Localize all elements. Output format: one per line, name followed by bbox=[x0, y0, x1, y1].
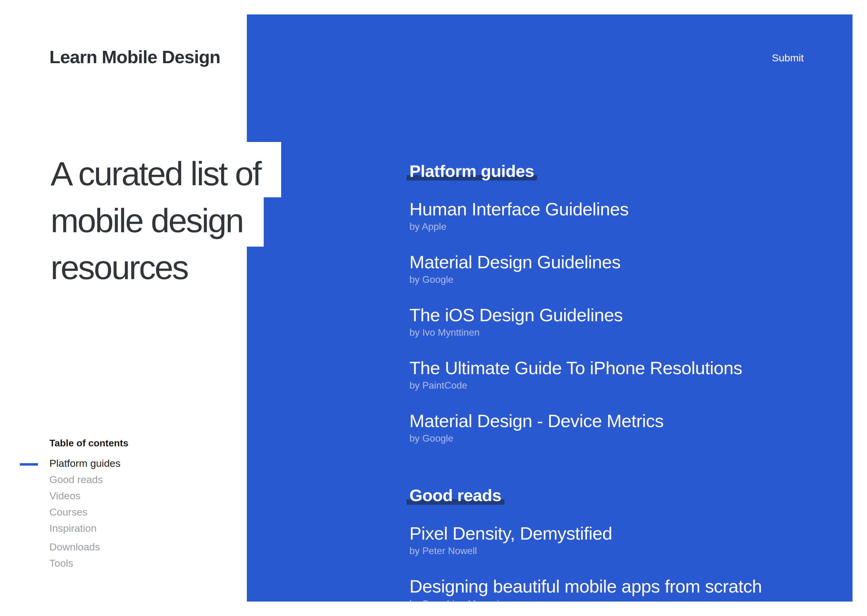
toc-item-videos[interactable]: Videos bbox=[49, 488, 129, 504]
page: Submit Platform guides Human Interface G… bbox=[0, 0, 867, 616]
list-item: The iOS Design Guidelines by Ivo Mynttin… bbox=[410, 306, 843, 339]
section-platform-guides: Platform guides Human Interface Guidelin… bbox=[410, 161, 843, 445]
toc-item-downloads[interactable]: Downloads bbox=[49, 539, 129, 555]
toc-item-good-reads[interactable]: Good reads bbox=[49, 471, 129, 488]
page-title-line: A curated list of bbox=[50, 142, 281, 197]
resource-link[interactable]: Pixel Density, Demystified bbox=[410, 524, 843, 543]
section-heading-label: Platform guides bbox=[410, 162, 534, 181]
resource-byline: by Peter Nowell bbox=[410, 545, 843, 557]
section-heading: Good reads bbox=[410, 486, 501, 506]
toc-item-tools[interactable]: Tools bbox=[49, 555, 129, 572]
list-item: Material Design Guidelines by Google bbox=[410, 253, 843, 286]
list-item: Human Interface Guidelines by Apple bbox=[410, 200, 843, 233]
table-of-contents: Table of contents Platform guides Good r… bbox=[49, 437, 129, 572]
resource-link[interactable]: Human Interface Guidelines bbox=[410, 200, 843, 218]
active-item-indicator bbox=[20, 463, 38, 466]
resource-list: Platform guides Human Interface Guidelin… bbox=[410, 161, 843, 602]
site-logo[interactable]: Learn Mobile Design bbox=[49, 46, 221, 68]
section-heading-label: Good reads bbox=[410, 486, 501, 505]
resource-byline: by Smashing Magazine bbox=[410, 598, 843, 602]
resource-byline: by Google bbox=[410, 274, 843, 286]
content-panel: Submit Platform guides Human Interface G… bbox=[247, 14, 853, 602]
section-heading: Platform guides bbox=[410, 161, 534, 182]
list-item: Designing beautiful mobile apps from scr… bbox=[410, 577, 843, 602]
toc-heading: Table of contents bbox=[49, 437, 129, 449]
section-good-reads: Good reads Pixel Density, Demystified by… bbox=[410, 486, 843, 602]
resource-link[interactable]: The iOS Design Guidelines bbox=[410, 306, 843, 324]
toc-list: Platform guides Good reads Videos Course… bbox=[49, 456, 129, 572]
resource-byline: by PaintCode bbox=[410, 380, 843, 391]
list-item: Material Design - Device Metrics by Goog… bbox=[410, 412, 843, 445]
toc-item-courses[interactable]: Courses bbox=[49, 504, 129, 520]
toc-item-inspiration[interactable]: Inspiration bbox=[49, 520, 129, 537]
resource-byline: by Ivo Mynttinen bbox=[410, 327, 843, 339]
resource-link[interactable]: The Ultimate Guide To iPhone Resolutions bbox=[410, 358, 843, 377]
resource-link[interactable]: Material Design Guidelines bbox=[410, 253, 843, 271]
resource-link[interactable]: Material Design - Device Metrics bbox=[410, 412, 843, 430]
page-title-line: resources bbox=[50, 247, 208, 296]
page-title-line: mobile design bbox=[50, 197, 263, 247]
resource-byline: by Google bbox=[410, 432, 843, 445]
toc-item-platform-guides[interactable]: Platform guides bbox=[49, 456, 129, 471]
resource-byline: by Apple bbox=[410, 221, 843, 233]
resource-link[interactable]: Designing beautiful mobile apps from scr… bbox=[410, 577, 843, 596]
submit-link[interactable]: Submit bbox=[772, 52, 804, 64]
list-item: The Ultimate Guide To iPhone Resolutions… bbox=[410, 358, 843, 391]
list-item: Pixel Density, Demystified by Peter Nowe… bbox=[410, 524, 843, 557]
